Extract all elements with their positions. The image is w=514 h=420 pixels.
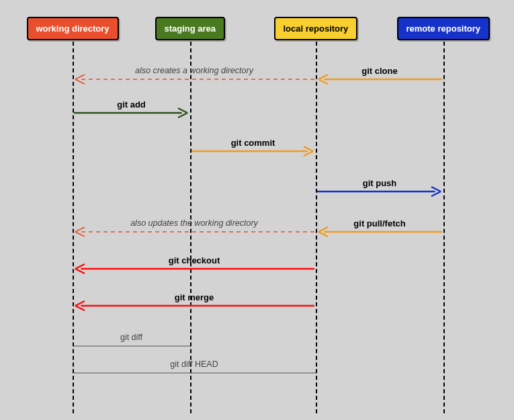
node-staging-area: staging area: [155, 17, 226, 40]
arrowhead-icon: [75, 79, 85, 84]
message-label: git commit: [231, 138, 275, 148]
message-label: git diff HEAD: [170, 360, 218, 369]
arrowhead-icon: [431, 192, 441, 196]
message-label: git merge: [175, 292, 214, 302]
node-local-repository: local repository: [274, 17, 358, 40]
node-label: staging area: [165, 24, 216, 34]
message-label: also creates a working directory: [135, 66, 253, 75]
lifeline-remote-repository: [443, 42, 445, 413]
arrowhead-icon: [178, 113, 187, 118]
arrowhead-icon: [304, 146, 313, 151]
arrowhead-icon: [318, 79, 328, 84]
node-label: local repository: [284, 24, 349, 34]
arrowhead-icon: [318, 232, 328, 237]
message-label: also updates the working directory: [130, 218, 258, 228]
arrowhead-icon: [75, 227, 85, 232]
lifeline-local-repository: [316, 42, 317, 413]
node-label: working directory: [36, 24, 110, 34]
arrowhead-icon: [318, 227, 328, 232]
message-label: git push: [363, 178, 397, 188]
arrowhead-icon: [178, 108, 187, 113]
arrowhead-icon: [75, 75, 85, 79]
arrowhead-icon: [75, 301, 85, 306]
lifeline-working-directory: [73, 42, 74, 413]
message-label: git diff: [120, 333, 142, 342]
arrowhead-icon: [431, 187, 441, 192]
node-label: remote repository: [406, 24, 481, 34]
node-remote-repository: remote repository: [397, 17, 490, 40]
arrowhead-icon: [75, 264, 85, 269]
arrowhead-icon: [75, 306, 85, 310]
arrowhead-icon: [318, 75, 328, 79]
message-label: git pull/fetch: [353, 218, 405, 228]
message-label: git add: [117, 99, 146, 110]
message-label: git checkout: [169, 255, 220, 265]
arrowhead-icon: [75, 269, 85, 274]
arrowhead-icon: [75, 232, 85, 237]
arrowhead-icon: [304, 151, 313, 156]
arrows-layer: [0, 0, 514, 420]
message-label: git clone: [361, 66, 397, 76]
node-working-directory: working directory: [27, 17, 119, 40]
